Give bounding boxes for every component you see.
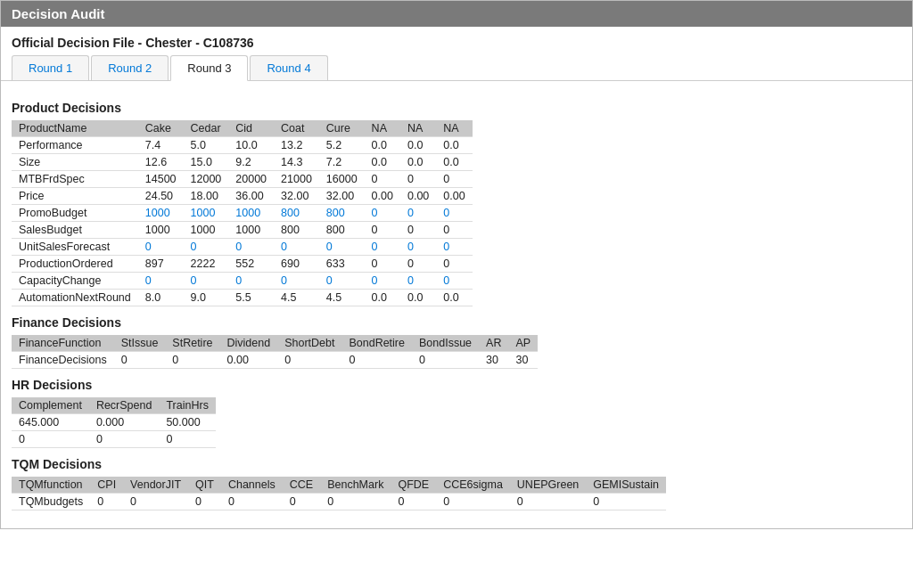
tqm-decisions-title: TQM Decisions bbox=[12, 457, 901, 471]
table-row: Size 12.6 15.0 9.2 14.3 7.2 0.0 0.0 0.0 bbox=[12, 154, 473, 171]
col-sissue: StIssue bbox=[114, 335, 166, 352]
col-na3: NA bbox=[436, 120, 472, 137]
main-content: Product Decisions ProductName Cake Cedar… bbox=[1, 81, 912, 528]
hr-decisions-title: HR Decisions bbox=[12, 378, 901, 392]
col-ap: AP bbox=[508, 335, 538, 352]
col-tqmfunction: TQMfunction bbox=[12, 477, 90, 494]
col-vendorjit: VendorJIT bbox=[123, 477, 188, 494]
tab-round1[interactable]: Round 1 bbox=[12, 55, 89, 80]
table-row: FinanceDecisions 0 0 0.00 0 0 0 30 30 bbox=[12, 352, 538, 369]
col-dividend: Dividend bbox=[220, 335, 278, 352]
col-trainhrs: TrainHrs bbox=[159, 397, 215, 414]
table-row: AutomationNextRound 8.0 9.0 5.5 4.5 4.5 … bbox=[12, 290, 473, 306]
table-row: UnitSalesForecast 0 0 0 0 0 0 0 0 bbox=[12, 239, 473, 256]
col-bondretire: BondRetire bbox=[341, 335, 412, 352]
product-table-header: ProductName Cake Cedar Cid Coat Cure NA … bbox=[12, 120, 473, 137]
hr-table: Complement RecrSpend TrainHrs 645.000 0.… bbox=[12, 397, 216, 448]
col-complement: Complement bbox=[12, 397, 89, 414]
col-cpi: CPI bbox=[90, 477, 123, 494]
col-cce6sigma: CCE6sigma bbox=[436, 477, 510, 494]
col-qfde: QFDE bbox=[391, 477, 436, 494]
col-na2: NA bbox=[400, 120, 436, 137]
col-cce: CCE bbox=[283, 477, 320, 494]
finance-table-header: FinanceFunction StIssue StRetire Dividen… bbox=[12, 335, 538, 352]
hr-table-header: Complement RecrSpend TrainHrs bbox=[12, 397, 216, 414]
col-stretire: StRetire bbox=[165, 335, 219, 352]
col-bondissue: BondIssue bbox=[412, 335, 479, 352]
col-channels: Channels bbox=[221, 477, 283, 494]
col-gemisustain: GEMISustain bbox=[586, 477, 666, 494]
product-table: ProductName Cake Cedar Cid Coat Cure NA … bbox=[12, 120, 473, 306]
table-row: TQMbudgets 0 0 0 0 0 0 0 0 0 0 bbox=[12, 494, 666, 510]
col-financefunction: FinanceFunction bbox=[12, 335, 114, 352]
table-row: Price 24.50 18.00 36.00 32.00 32.00 0.00… bbox=[12, 188, 473, 205]
col-cure: Cure bbox=[319, 120, 365, 137]
col-cake: Cake bbox=[138, 120, 184, 137]
table-row: 0 0 0 bbox=[12, 431, 216, 448]
col-na1: NA bbox=[365, 120, 400, 137]
col-cid: Cid bbox=[228, 120, 274, 137]
subtitle: Official Decision File - Chester - C1087… bbox=[1, 27, 912, 55]
col-qit: QIT bbox=[188, 477, 221, 494]
col-coat: Coat bbox=[274, 120, 319, 137]
tab-round3[interactable]: Round 3 bbox=[170, 55, 248, 81]
col-unepgreen: UNEPGreen bbox=[510, 477, 586, 494]
table-row: PromoBudget 1000 1000 1000 800 800 0 0 0 bbox=[12, 205, 473, 222]
product-decisions-title: Product Decisions bbox=[12, 101, 901, 115]
col-recrspend: RecrSpend bbox=[89, 397, 160, 414]
table-row: CapacityChange 0 0 0 0 0 0 0 0 bbox=[12, 273, 473, 290]
tab-round2[interactable]: Round 2 bbox=[91, 55, 169, 80]
table-row: 645.000 0.000 50.000 bbox=[12, 414, 216, 431]
col-shortdebt: ShortDebt bbox=[277, 335, 341, 352]
table-row: ProductionOrdered 897 2222 552 690 633 0… bbox=[12, 256, 473, 273]
tqm-table-header: TQMfunction CPI VendorJIT QIT Channels C… bbox=[12, 477, 666, 494]
col-benchmark: BenchMark bbox=[320, 477, 391, 494]
col-ar: AR bbox=[479, 335, 508, 352]
table-row: SalesBudget 1000 1000 1000 800 800 0 0 0 bbox=[12, 222, 473, 239]
tqm-table: TQMfunction CPI VendorJIT QIT Channels C… bbox=[12, 477, 666, 510]
table-row: Performance 7.4 5.0 10.0 13.2 5.2 0.0 0.… bbox=[12, 137, 473, 154]
finance-decisions-title: Finance Decisions bbox=[12, 315, 901, 330]
col-cedar: Cedar bbox=[184, 120, 229, 137]
col-productname: ProductName bbox=[12, 120, 138, 137]
title-bar: Decision Audit bbox=[1, 1, 912, 27]
tab-round4[interactable]: Round 4 bbox=[250, 55, 327, 80]
table-row: MTBFrdSpec 14500 12000 20000 21000 16000… bbox=[12, 171, 473, 188]
tab-bar: Round 1 Round 2 Round 3 Round 4 bbox=[1, 55, 912, 81]
finance-table: FinanceFunction StIssue StRetire Dividen… bbox=[12, 335, 538, 369]
